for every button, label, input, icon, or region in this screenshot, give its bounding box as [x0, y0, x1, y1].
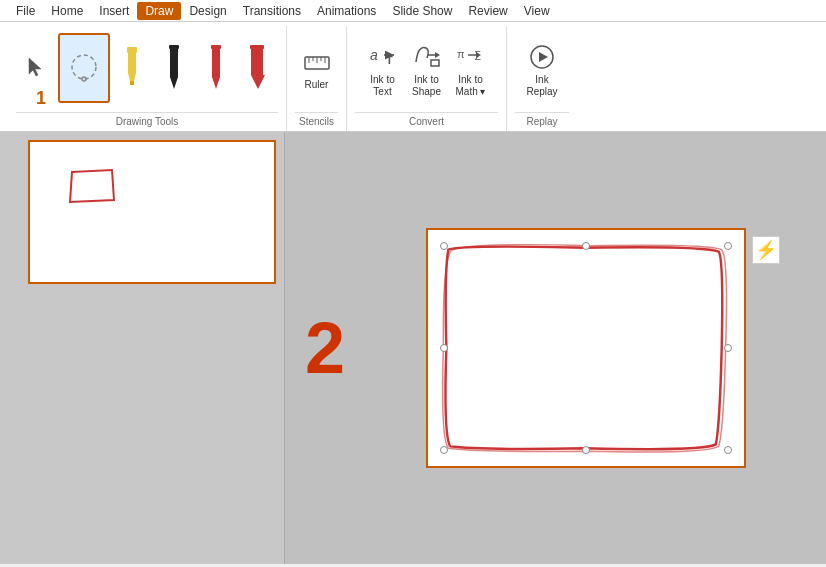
- convert-label: Convert: [355, 112, 498, 129]
- handle-tr[interactable]: [724, 242, 732, 250]
- ruler-label: Ruler: [305, 79, 329, 91]
- canvas-slide-number: 2: [305, 307, 345, 389]
- slide-1-thumb[interactable]: [28, 140, 276, 284]
- pen-black-icon: [165, 45, 183, 89]
- pen-red-icon: [207, 45, 225, 89]
- slide-1-ink: [30, 142, 274, 282]
- ruler-btn[interactable]: Ruler: [296, 35, 338, 105]
- ink-to-math-line2: Math ▾: [455, 86, 485, 98]
- highlighter-yellow-icon: [121, 47, 143, 87]
- stencils-group: Ruler Stencils: [287, 26, 347, 131]
- menu-design[interactable]: Design: [181, 2, 234, 20]
- ink-replay-btn[interactable]: Ink Replay: [519, 35, 564, 105]
- svg-rect-6: [130, 81, 134, 85]
- slides-panel: 1: [0, 132, 285, 564]
- svg-rect-14: [251, 49, 263, 75]
- highlighter-yellow-btn[interactable]: [112, 33, 152, 103]
- handle-bc[interactable]: [582, 446, 590, 454]
- svg-marker-12: [212, 77, 220, 89]
- menu-draw[interactable]: Draw: [137, 2, 181, 20]
- main-ink-drawing: [428, 230, 744, 466]
- svg-rect-3: [127, 47, 137, 53]
- pen-black-btn[interactable]: [154, 33, 194, 103]
- svg-marker-5: [128, 73, 136, 81]
- handle-tc[interactable]: [582, 242, 590, 250]
- svg-rect-11: [212, 49, 220, 77]
- ink-to-text-icon: a T: [368, 40, 398, 70]
- replay-label: Replay: [515, 112, 569, 129]
- svg-rect-7: [169, 45, 179, 49]
- menu-insert[interactable]: Insert: [91, 2, 137, 20]
- menu-view[interactable]: View: [516, 2, 558, 20]
- ink-replay-line2: Replay: [526, 86, 557, 98]
- svg-text:∑: ∑: [474, 49, 481, 60]
- svg-text:π: π: [457, 48, 465, 60]
- menu-home[interactable]: Home: [43, 2, 91, 20]
- pen-red-btn[interactable]: [196, 33, 236, 103]
- svg-text:T: T: [386, 54, 393, 66]
- svg-marker-15: [251, 75, 265, 89]
- drawing-tools-label: Drawing Tools: [16, 112, 278, 129]
- svg-marker-26: [435, 52, 440, 58]
- handle-mr[interactable]: [724, 344, 732, 352]
- ink-to-math-btn[interactable]: π ∑ Ink to Math ▾: [450, 35, 492, 105]
- ink-replay-line1: Ink: [535, 74, 548, 86]
- ribbon: 1: [0, 22, 826, 132]
- svg-text:a: a: [370, 47, 378, 63]
- canvas-area: 2: [285, 132, 826, 564]
- handle-br[interactable]: [724, 446, 732, 454]
- lasso-icon: [68, 51, 100, 83]
- handle-tl[interactable]: [440, 242, 448, 250]
- ink-to-shape-line2: Shape: [412, 86, 441, 98]
- convert-group: a T Ink to Text: [347, 26, 507, 131]
- menu-bar: File Home Insert Draw Design Transitions…: [0, 0, 826, 22]
- ink-to-math-line1: Ink to: [458, 74, 482, 86]
- menu-animations[interactable]: Animations: [309, 2, 384, 20]
- ink-to-shape-btn[interactable]: Ink to Shape: [406, 35, 448, 105]
- menu-slideshow[interactable]: Slide Show: [384, 2, 460, 20]
- lightning-icon: ⚡: [755, 239, 777, 261]
- handle-ml[interactable]: [440, 344, 448, 352]
- handle-bl[interactable]: [440, 446, 448, 454]
- menu-transitions[interactable]: Transitions: [235, 2, 309, 20]
- replay-icon: [527, 42, 557, 72]
- stencils-label: Stencils: [295, 112, 338, 129]
- main-slide[interactable]: ⚡: [426, 228, 746, 468]
- marker-red-btn[interactable]: [238, 33, 278, 103]
- lasso-number: 1: [36, 89, 46, 107]
- ink-to-shape-icon: [412, 40, 442, 70]
- ruler-icon: [303, 49, 331, 77]
- menu-review[interactable]: Review: [460, 2, 515, 20]
- ink-to-math-icon: π ∑: [456, 40, 486, 70]
- svg-point-1: [72, 55, 96, 79]
- menu-file[interactable]: File: [8, 2, 43, 20]
- marker-red-icon: [247, 45, 269, 89]
- arrow-icon: [25, 56, 47, 78]
- svg-marker-33: [539, 52, 548, 62]
- ink-to-shape-line1: Ink to: [414, 74, 438, 86]
- svg-rect-10: [211, 45, 221, 49]
- svg-marker-0: [29, 58, 41, 76]
- slide-1-wrapper: 1: [8, 140, 276, 284]
- drawing-tools-group: 1: [8, 26, 287, 131]
- lasso-select-btn[interactable]: 1: [58, 33, 110, 103]
- svg-rect-13: [250, 45, 264, 49]
- ink-to-text-line2: Text: [373, 86, 391, 98]
- svg-marker-9: [170, 77, 178, 89]
- svg-rect-27: [431, 60, 439, 66]
- ink-action-btn[interactable]: ⚡: [752, 236, 780, 264]
- svg-rect-8: [170, 49, 178, 77]
- svg-point-2: [82, 77, 86, 81]
- ink-to-text-line1: Ink to: [370, 74, 394, 86]
- ink-to-text-btn[interactable]: a T Ink to Text: [362, 35, 404, 105]
- svg-rect-4: [128, 53, 136, 73]
- replay-group: Ink Replay Replay: [507, 26, 577, 131]
- main-layout: 1 2: [0, 132, 826, 564]
